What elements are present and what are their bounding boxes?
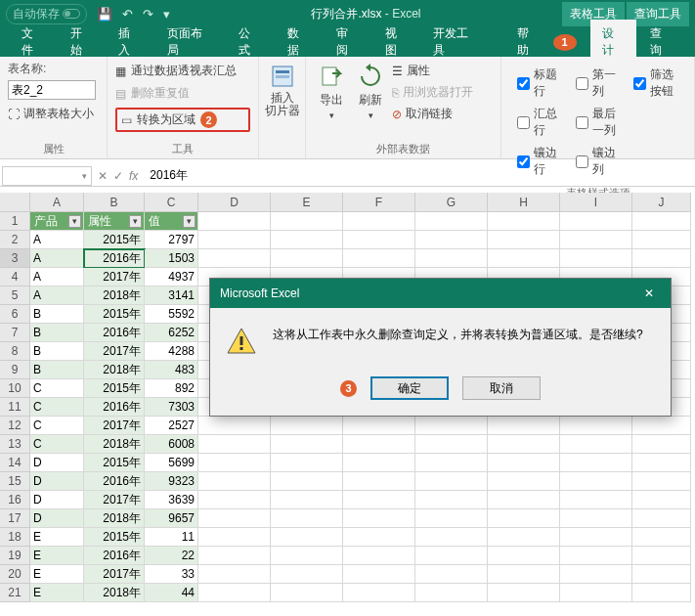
- cell[interactable]: [488, 212, 560, 231]
- cell[interactable]: [488, 491, 560, 509]
- cell[interactable]: 6008: [145, 435, 198, 454]
- cell[interactable]: [271, 472, 343, 491]
- row-header[interactable]: 2: [0, 231, 30, 249]
- cell[interactable]: [271, 491, 343, 509]
- cell[interactable]: [632, 231, 691, 249]
- row-header[interactable]: 15: [0, 472, 30, 491]
- cell[interactable]: E: [30, 547, 84, 565]
- cell[interactable]: 2017年: [84, 417, 145, 435]
- row-header[interactable]: 9: [0, 361, 30, 379]
- checkbox-icon[interactable]: [517, 77, 530, 90]
- cell[interactable]: E: [30, 565, 84, 584]
- cell[interactable]: 2018年: [84, 361, 145, 379]
- col-header-G[interactable]: G: [415, 193, 488, 212]
- cell[interactable]: [560, 528, 632, 547]
- cell[interactable]: [271, 435, 343, 454]
- col-header-H[interactable]: H: [488, 193, 560, 212]
- cell[interactable]: [415, 491, 488, 509]
- cell[interactable]: [271, 528, 343, 547]
- cell[interactable]: [488, 472, 560, 491]
- cell[interactable]: 3141: [145, 286, 198, 305]
- cell[interactable]: D: [30, 509, 84, 528]
- cell[interactable]: [632, 547, 691, 565]
- checkbox-icon[interactable]: [633, 77, 646, 90]
- cell[interactable]: 值▾: [145, 212, 198, 231]
- cell[interactable]: 9323: [145, 472, 198, 491]
- resize-table-button[interactable]: ⛶ 调整表格大小: [8, 106, 99, 122]
- checkbox-icon[interactable]: [576, 155, 588, 168]
- cell[interactable]: 2015年: [84, 454, 145, 472]
- cell[interactable]: 2016年: [84, 324, 145, 342]
- cell[interactable]: D: [30, 472, 84, 491]
- cell[interactable]: E: [30, 584, 84, 602]
- cell[interactable]: [343, 509, 415, 528]
- cell[interactable]: [632, 472, 691, 491]
- cell[interactable]: [560, 231, 632, 249]
- cell[interactable]: [560, 249, 632, 268]
- cell[interactable]: 9657: [145, 509, 198, 528]
- cell[interactable]: [198, 509, 271, 528]
- cell[interactable]: [632, 584, 691, 602]
- cell[interactable]: A: [30, 286, 84, 305]
- cell[interactable]: [271, 565, 343, 584]
- cell[interactable]: [415, 231, 488, 249]
- cell[interactable]: [488, 417, 560, 435]
- cell[interactable]: [198, 528, 271, 547]
- export-button[interactable]: 导出 ▾: [314, 61, 349, 122]
- cell[interactable]: [560, 435, 632, 454]
- cell[interactable]: [560, 454, 632, 472]
- cell[interactable]: [198, 472, 271, 491]
- checkbox-icon[interactable]: [517, 155, 530, 168]
- filter-dropdown-icon[interactable]: ▾: [129, 215, 142, 228]
- chk-filter[interactable]: 筛选按钮: [633, 66, 678, 100]
- cell[interactable]: C: [30, 398, 84, 417]
- cell[interactable]: [271, 547, 343, 565]
- cell[interactable]: 2017年: [84, 565, 145, 584]
- chk-header-row[interactable]: 标题行: [517, 66, 562, 100]
- cell[interactable]: 2016年: [84, 398, 145, 417]
- cell[interactable]: C: [30, 435, 84, 454]
- pivot-summary-button[interactable]: ▦ 通过数据透视表汇总: [115, 63, 250, 79]
- cell[interactable]: 4288: [145, 342, 198, 361]
- cell[interactable]: 2015年: [84, 231, 145, 249]
- cancel-icon[interactable]: ✕: [98, 169, 108, 183]
- cell[interactable]: [415, 584, 488, 602]
- cell[interactable]: 2016年: [84, 249, 145, 268]
- cell[interactable]: 2017年: [84, 491, 145, 509]
- cell[interactable]: 33: [145, 565, 198, 584]
- cell[interactable]: [632, 212, 691, 231]
- col-header-B[interactable]: B: [84, 193, 145, 212]
- cell[interactable]: [343, 435, 415, 454]
- cell[interactable]: [343, 417, 415, 435]
- row-header[interactable]: 10: [0, 379, 30, 398]
- cell[interactable]: [488, 547, 560, 565]
- cell[interactable]: [415, 417, 488, 435]
- ok-button[interactable]: 确定: [370, 376, 449, 400]
- cell[interactable]: [415, 528, 488, 547]
- cell[interactable]: B: [30, 361, 84, 379]
- cell[interactable]: [560, 565, 632, 584]
- cell[interactable]: [488, 454, 560, 472]
- cell[interactable]: [632, 454, 691, 472]
- cell[interactable]: 2797: [145, 231, 198, 249]
- cell[interactable]: 2016年: [84, 547, 145, 565]
- cell[interactable]: 4937: [145, 268, 198, 286]
- cell[interactable]: E: [30, 528, 84, 547]
- cell[interactable]: [632, 435, 691, 454]
- row-header[interactable]: 11: [0, 398, 30, 417]
- cell[interactable]: [415, 509, 488, 528]
- col-header-F[interactable]: F: [343, 193, 415, 212]
- enter-icon[interactable]: ✓: [113, 169, 123, 183]
- row-header[interactable]: 13: [0, 435, 30, 454]
- cell[interactable]: C: [30, 417, 84, 435]
- cell[interactable]: [415, 435, 488, 454]
- cell[interactable]: 6252: [145, 324, 198, 342]
- cell[interactable]: [343, 528, 415, 547]
- cell[interactable]: C: [30, 379, 84, 398]
- row-header[interactable]: 19: [0, 547, 30, 565]
- chk-total-row[interactable]: 汇总行: [517, 106, 562, 139]
- filter-dropdown-icon[interactable]: ▾: [68, 215, 81, 228]
- cell[interactable]: [488, 231, 560, 249]
- cell[interactable]: [343, 212, 415, 231]
- cell[interactable]: [632, 491, 691, 509]
